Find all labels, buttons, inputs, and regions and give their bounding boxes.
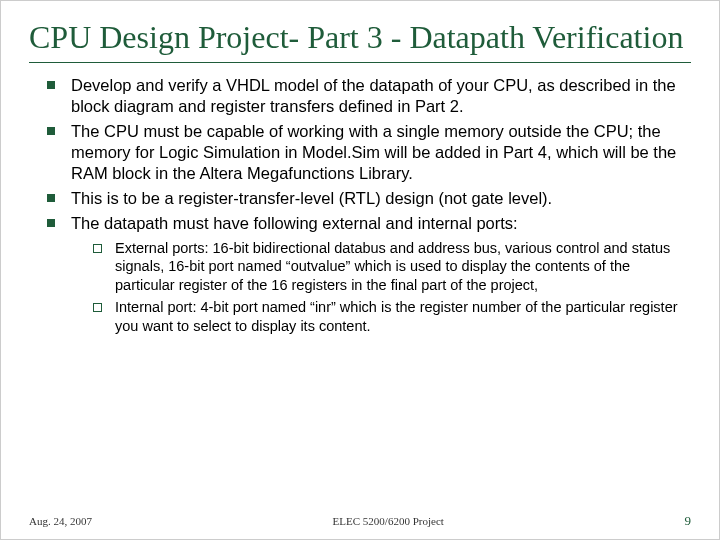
slide-title: CPU Design Project- Part 3 - Datapath Ve… [29, 19, 691, 63]
footer-center: ELEC 5200/6200 Project [333, 515, 444, 527]
bullet-item: This is to be a register-transfer-level … [47, 188, 691, 209]
bullet-list: Develop and verify a VHDL model of the d… [29, 75, 691, 336]
sub-bullet-item: Internal port: 4-bit port named “inr” wh… [93, 298, 691, 335]
bullet-text: The datapath must have following externa… [71, 214, 518, 232]
bullet-item: The CPU must be capable of working with … [47, 121, 691, 184]
slide: CPU Design Project- Part 3 - Datapath Ve… [1, 1, 719, 335]
bullet-item: The datapath must have following externa… [47, 213, 691, 335]
footer-date: Aug. 24, 2007 [29, 515, 92, 527]
bullet-item: Develop and verify a VHDL model of the d… [47, 75, 691, 117]
footer-page-number: 9 [684, 513, 691, 529]
sub-bullet-item: External ports: 16-bit bidirectional dat… [93, 239, 691, 295]
sub-bullet-list: External ports: 16-bit bidirectional dat… [71, 239, 691, 336]
footer: Aug. 24, 2007 ELEC 5200/6200 Project 9 [1, 513, 719, 529]
